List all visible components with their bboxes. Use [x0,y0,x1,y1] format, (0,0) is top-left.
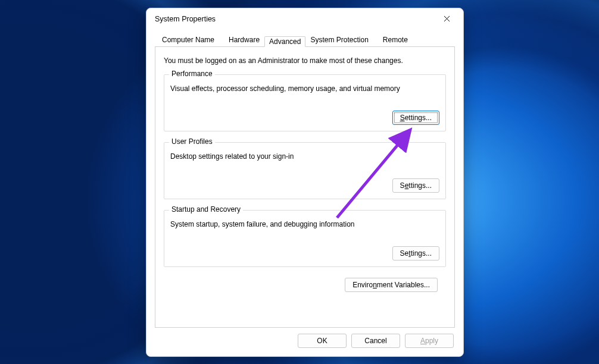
titlebar: System Properties [146,8,463,29]
tab-remote[interactable]: Remote [376,32,415,47]
startup-recovery-group-label: Startup and Recovery [169,205,243,214]
environment-variables-button[interactable]: Environment Variables... [345,278,438,292]
dialog-title: System Properties [155,15,216,23]
close-icon [444,15,450,22]
performance-group-label: Performance [169,70,215,78]
apply-button[interactable]: Apply [405,334,454,348]
user-profiles-group-label: User Profiles [169,137,215,146]
user-profiles-group: User Profiles Desktop settings related t… [164,142,446,199]
tab-system-protection[interactable]: System Protection [303,32,375,47]
tab-computer-name[interactable]: Computer Name [155,32,221,47]
close-button[interactable] [435,11,458,27]
tab-panel-advanced: You must be logged on as an Administrato… [155,46,455,328]
dialog-button-bar: OK Cancel Apply [146,328,463,356]
tab-hardware[interactable]: Hardware [221,32,267,47]
startup-recovery-group-desc: System startup, system failure, and debu… [170,220,439,228]
user-profiles-group-desc: Desktop settings related to your sign-in [170,152,439,161]
system-properties-dialog: System Properties Computer Name Hardware… [146,8,464,357]
tab-advanced[interactable]: Advanced [264,36,305,47]
admin-notice: You must be logged on as an Administrato… [164,57,446,65]
performance-group-desc: Visual effects, processor scheduling, me… [170,84,439,93]
user-profiles-settings-button[interactable]: Settings... [392,178,439,193]
cancel-button[interactable]: Cancel [351,334,400,348]
startup-recovery-settings-button[interactable]: Settings... [392,246,439,261]
startup-recovery-group: Startup and Recovery System startup, sys… [164,210,446,267]
tab-strip: Computer Name Hardware Advanced System P… [146,32,463,46]
performance-settings-button[interactable]: Settings... [392,111,439,125]
performance-group: Performance Visual effects, processor sc… [164,74,446,131]
ok-button[interactable]: OK [298,334,347,348]
